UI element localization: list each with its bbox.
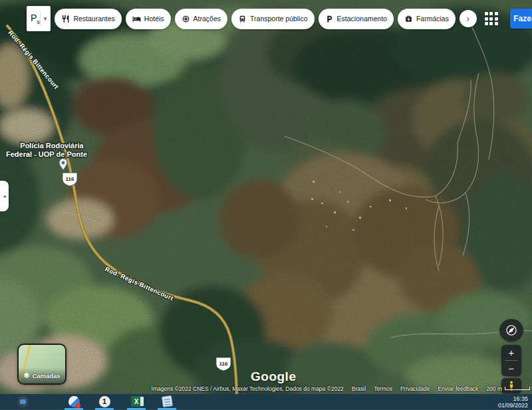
- category-restaurants-button[interactable]: Restaurantes: [55, 9, 121, 29]
- taskbar-app1-button[interactable]: [15, 395, 31, 407]
- terms-link[interactable]: Termos: [374, 385, 392, 392]
- feedback-link[interactable]: Enviar feedback: [438, 385, 478, 392]
- category-pharmacies-button[interactable]: Farmácias: [398, 9, 456, 29]
- search-input[interactable]: Ps ▾: [27, 6, 51, 31]
- region-link[interactable]: Brasil: [352, 385, 366, 392]
- svg-text:116: 116: [219, 361, 228, 367]
- taskbar-excel-button[interactable]: X: [128, 395, 144, 407]
- scale-bar: [505, 387, 530, 390]
- taskbar-clock[interactable]: 16:35 01/09/2022: [498, 395, 528, 409]
- chevron-down-icon[interactable]: ▾: [40, 11, 47, 26]
- notepad-icon: [161, 395, 172, 407]
- google-logo[interactable]: Google: [251, 369, 296, 384]
- restaurant-icon: [61, 15, 70, 23]
- zoom-out-button[interactable]: −: [501, 361, 521, 376]
- category-transit-button[interactable]: Transporte público: [231, 9, 315, 29]
- layers-label: Camadas: [32, 372, 60, 379]
- windows-taskbar: 1 X 16:35 01/09/2022: [0, 394, 532, 410]
- poi-label-line2[interactable]: Federal - UOP de Ponte: [6, 150, 87, 158]
- category-hotels-button[interactable]: Hotéis: [126, 9, 171, 29]
- scale-label: 200 m: [486, 385, 502, 392]
- poi-label-line1[interactable]: Polícia Rodoviária: [20, 142, 84, 150]
- taskbar-app3-button[interactable]: 1: [96, 395, 112, 407]
- google-apps-grid-icon[interactable]: [485, 12, 498, 25]
- search-value: Ps: [31, 13, 40, 25]
- hotel-icon: [132, 15, 141, 23]
- parking-icon: [325, 15, 334, 23]
- chevron-left-icon: ◂: [3, 193, 6, 199]
- texture-overlay: [0, 0, 532, 394]
- clock-date: 01/09/2022: [498, 402, 528, 409]
- imagery-attribution: Imagens ©2022 CNES / Airbus, Maxar Techn…: [152, 385, 344, 392]
- more-categories-button[interactable]: ›: [460, 10, 477, 27]
- map-canvas[interactable]: Rod. Régis Bittencourt Rod. Régis Bitten…: [0, 0, 532, 394]
- my-location-button[interactable]: [499, 319, 523, 342]
- chevron-right-icon: ›: [467, 13, 470, 24]
- excel-icon: X: [131, 396, 142, 407]
- app1-icon: [17, 396, 29, 407]
- attribution-bar: Imagens ©2022 CNES / Airbus, Maxar Techn…: [152, 384, 530, 393]
- desktop-screen: Rod. Régis Bittencourt Rod. Régis Bitten…: [0, 0, 532, 410]
- attractions-icon: [182, 15, 190, 23]
- svg-text:116: 116: [66, 176, 74, 182]
- side-panel-collapse-tab[interactable]: ◂: [0, 181, 9, 211]
- layers-control[interactable]: Camadas: [17, 344, 66, 385]
- zoom-in-button[interactable]: +: [501, 345, 521, 360]
- privacy-link[interactable]: Privacidade: [400, 385, 430, 392]
- pharmacy-icon: [404, 15, 413, 23]
- browser-icon: [68, 396, 80, 407]
- transit-icon: [238, 15, 247, 23]
- category-attractions-button[interactable]: Atrações: [175, 9, 227, 29]
- taskbar-browser-button[interactable]: [66, 395, 82, 407]
- maps-toolbar: Ps ▾ Restaurantes Hotéis Atrações Transp…: [27, 5, 524, 32]
- badge-1-icon: 1: [99, 396, 110, 407]
- category-parking-button[interactable]: Estacionamento: [319, 9, 394, 29]
- compass-icon: [505, 324, 518, 337]
- sign-in-button[interactable]: Fazer login: [510, 9, 532, 29]
- zoom-control: + −: [501, 345, 521, 376]
- layers-icon: [23, 372, 30, 379]
- taskbar-notepad-button[interactable]: [159, 395, 175, 407]
- map-scale: 200 m: [486, 385, 530, 392]
- satellite-map[interactable]: Rod. Régis Bittencourt Rod. Régis Bitten…: [0, 0, 532, 394]
- clock-time: 16:35: [498, 395, 528, 402]
